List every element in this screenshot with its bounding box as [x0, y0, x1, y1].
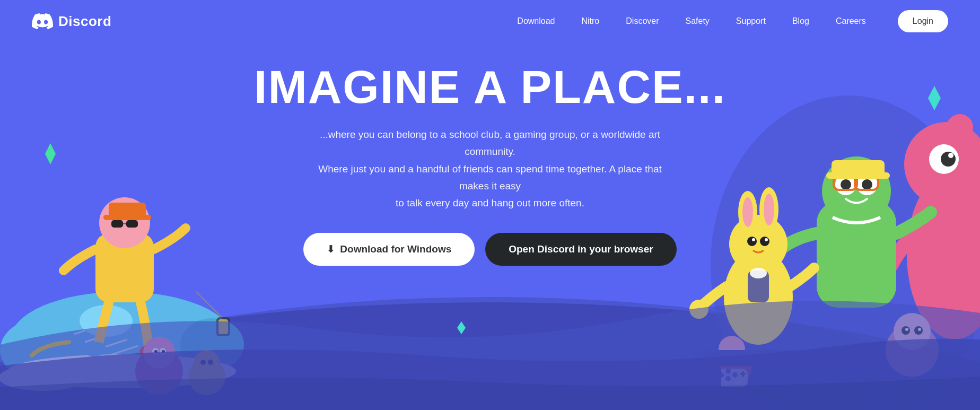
svg-point-67 — [719, 336, 745, 362]
svg-rect-76 — [711, 366, 721, 403]
login-button[interactable]: Login — [898, 10, 948, 32]
svg-point-69 — [719, 372, 724, 378]
svg-line-22 — [196, 292, 223, 318]
svg-point-28 — [160, 348, 166, 354]
svg-point-33 — [200, 360, 206, 365]
nav-link-discover[interactable]: Discover — [626, 16, 659, 25]
logo[interactable]: Discord — [32, 13, 111, 30]
svg-rect-24 — [218, 319, 228, 334]
svg-rect-75 — [695, 350, 896, 366]
svg-line-9 — [85, 332, 117, 342]
svg-rect-73 — [740, 373, 746, 375]
svg-point-34 — [208, 360, 213, 365]
svg-point-30 — [162, 350, 165, 353]
svg-line-8 — [74, 324, 106, 334]
svg-point-20 — [83, 342, 106, 356]
svg-point-78 — [886, 324, 939, 377]
svg-line-11 — [106, 346, 138, 356]
logo-text: Discord — [58, 13, 111, 30]
svg-point-12 — [80, 305, 133, 337]
nav-link-download[interactable]: Download — [517, 16, 555, 25]
svg-point-31 — [188, 358, 225, 395]
download-icon: ⬇ — [327, 243, 335, 255]
svg-rect-77 — [875, 366, 886, 403]
svg-point-4 — [0, 318, 85, 382]
svg-point-7 — [0, 364, 86, 391]
download-button-label: Download for Windows — [340, 243, 451, 255]
nav-link-careers[interactable]: Careers — [836, 16, 866, 25]
open-browser-button[interactable]: Open Discord in your browser — [485, 233, 676, 266]
svg-point-66 — [712, 346, 752, 386]
hero-subtitle-line1: ...where you can belong to a school club… — [320, 129, 660, 157]
nav-link-safety[interactable]: Safety — [686, 16, 710, 25]
svg-point-82 — [905, 328, 908, 331]
svg-point-79 — [894, 313, 931, 350]
nav-link-nitro[interactable]: Nitro — [581, 16, 599, 25]
hero-title: IMAGINE A PLACE... — [254, 64, 726, 110]
svg-point-3 — [11, 292, 233, 387]
svg-point-32 — [194, 350, 220, 377]
svg-point-25 — [135, 347, 183, 395]
nav-links: Download Nitro Discover Safety Support B… — [517, 16, 866, 26]
svg-point-72 — [725, 376, 731, 381]
svg-line-10 — [95, 339, 127, 350]
svg-point-83 — [918, 328, 921, 331]
svg-point-27 — [152, 348, 159, 354]
hero-subtitle-line3: to talk every day and hang out more ofte… — [396, 197, 584, 208]
svg-point-6 — [8, 354, 236, 388]
svg-rect-23 — [216, 317, 230, 336]
svg-point-65 — [689, 300, 708, 319]
nav-link-blog[interactable]: Blog — [792, 16, 809, 25]
svg-point-71 — [732, 372, 738, 378]
svg-rect-68 — [716, 369, 748, 387]
svg-point-64 — [750, 268, 767, 278]
svg-point-2 — [0, 302, 980, 410]
discord-logo-icon — [32, 13, 53, 29]
hero-subtitle-line2: Where just you and a handful of friends … — [318, 163, 661, 191]
svg-point-70 — [725, 369, 731, 374]
hero-buttons: ⬇ Download for Windows Open Discord in y… — [303, 233, 676, 266]
nav-link-support[interactable]: Support — [736, 16, 766, 25]
svg-rect-74 — [742, 371, 744, 377]
svg-point-1 — [0, 297, 980, 410]
svg-point-26 — [143, 337, 175, 369]
svg-point-29 — [154, 350, 158, 353]
svg-rect-63 — [748, 271, 769, 302]
hero-section: IMAGINE A PLACE... ...where you can belo… — [0, 42, 980, 266]
svg-point-80 — [902, 326, 910, 335]
svg-point-21 — [139, 344, 163, 359]
svg-point-81 — [914, 326, 923, 335]
download-button[interactable]: ⬇ Download for Windows — [303, 233, 475, 266]
svg-point-5 — [180, 318, 244, 371]
navigation: Discord Download Nitro Discover Safety S… — [0, 0, 980, 42]
hero-subtitle: ...where you can belong to a school club… — [304, 126, 676, 212]
